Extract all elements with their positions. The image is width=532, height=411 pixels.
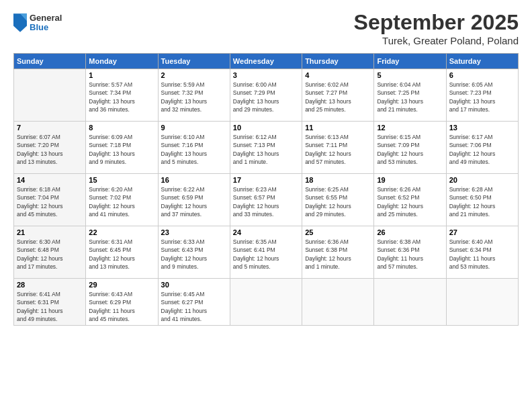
day-info: Sunrise: 6:26 AM Sunset: 6:52 PM Dayligh… [377, 185, 443, 218]
day-number: 1 [89, 71, 154, 79]
calendar-cell: 22Sunrise: 6:31 AM Sunset: 6:45 PM Dayli… [86, 226, 158, 279]
day-info: Sunrise: 6:18 AM Sunset: 7:04 PM Dayligh… [17, 185, 83, 218]
day-info: Sunrise: 6:15 AM Sunset: 7:09 PM Dayligh… [377, 133, 443, 166]
calendar-week-5: 28Sunrise: 6:41 AM Sunset: 6:31 PM Dayli… [14, 279, 519, 326]
day-number: 27 [449, 228, 515, 236]
calendar-cell: 10Sunrise: 6:12 AM Sunset: 7:13 PM Dayli… [230, 122, 302, 174]
calendar-cell [446, 279, 518, 326]
calendar-cell: 20Sunrise: 6:28 AM Sunset: 6:50 PM Dayli… [446, 174, 518, 226]
day-info: Sunrise: 6:38 AM Sunset: 6:36 PM Dayligh… [377, 238, 443, 271]
calendar-cell: 12Sunrise: 6:15 AM Sunset: 7:09 PM Dayli… [374, 122, 446, 174]
calendar-cell: 18Sunrise: 6:25 AM Sunset: 6:55 PM Dayli… [302, 174, 374, 226]
calendar-cell: 16Sunrise: 6:22 AM Sunset: 6:59 PM Dayli… [158, 174, 230, 226]
calendar-week-1: 1Sunrise: 5:57 AM Sunset: 7:34 PM Daylig… [14, 69, 519, 122]
day-number: 6 [449, 71, 515, 79]
calendar-cell [302, 279, 374, 326]
calendar-cell: 27Sunrise: 6:40 AM Sunset: 6:34 PM Dayli… [446, 226, 518, 279]
calendar-cell [230, 279, 302, 326]
calendar-header-wednesday: Wednesday [230, 54, 302, 69]
calendar-cell: 11Sunrise: 6:13 AM Sunset: 7:11 PM Dayli… [302, 122, 374, 174]
calendar-cell: 29Sunrise: 6:43 AM Sunset: 6:29 PM Dayli… [86, 279, 158, 326]
day-number: 14 [17, 176, 83, 184]
day-info: Sunrise: 6:43 AM Sunset: 6:29 PM Dayligh… [89, 290, 154, 323]
day-info: Sunrise: 6:40 AM Sunset: 6:34 PM Dayligh… [449, 238, 515, 271]
day-info: Sunrise: 5:57 AM Sunset: 7:34 PM Dayligh… [89, 81, 154, 113]
day-number: 23 [161, 228, 227, 236]
calendar-cell: 25Sunrise: 6:36 AM Sunset: 6:38 PM Dayli… [302, 226, 374, 279]
calendar-cell: 24Sunrise: 6:35 AM Sunset: 6:41 PM Dayli… [230, 226, 302, 279]
title-block: September 2025 Turek, Greater Poland, Po… [354, 10, 519, 46]
calendar-header-row: SundayMondayTuesdayWednesdayThursdayFrid… [14, 54, 519, 69]
day-info: Sunrise: 6:20 AM Sunset: 7:02 PM Dayligh… [89, 185, 154, 218]
logo-blue: Blue [30, 23, 62, 32]
calendar-cell: 19Sunrise: 6:26 AM Sunset: 6:52 PM Dayli… [374, 174, 446, 226]
calendar-cell: 26Sunrise: 6:38 AM Sunset: 6:36 PM Dayli… [374, 226, 446, 279]
day-number: 24 [233, 228, 299, 236]
day-number: 13 [449, 124, 515, 132]
day-info: Sunrise: 6:36 AM Sunset: 6:38 PM Dayligh… [305, 238, 371, 271]
calendar-header-thursday: Thursday [302, 54, 374, 69]
day-info: Sunrise: 6:12 AM Sunset: 7:13 PM Dayligh… [233, 133, 299, 166]
calendar-header-saturday: Saturday [446, 54, 518, 69]
day-number: 21 [17, 228, 83, 236]
calendar-cell [14, 69, 86, 122]
day-number: 8 [89, 124, 154, 132]
calendar-cell: 4Sunrise: 6:02 AM Sunset: 7:27 PM Daylig… [302, 69, 374, 122]
day-info: Sunrise: 6:09 AM Sunset: 7:18 PM Dayligh… [89, 133, 154, 166]
logo: General Blue [13, 13, 62, 33]
day-number: 30 [161, 281, 227, 289]
logo-icon [13, 13, 27, 32]
day-number: 2 [161, 71, 227, 79]
day-number: 28 [17, 281, 83, 289]
day-number: 18 [305, 176, 371, 184]
calendar-week-3: 14Sunrise: 6:18 AM Sunset: 7:04 PM Dayli… [14, 174, 519, 226]
day-number: 3 [233, 71, 299, 79]
day-number: 26 [377, 228, 443, 236]
day-info: Sunrise: 6:33 AM Sunset: 6:43 PM Dayligh… [161, 238, 227, 271]
day-info: Sunrise: 6:02 AM Sunset: 7:27 PM Dayligh… [305, 81, 371, 113]
calendar-cell: 30Sunrise: 6:45 AM Sunset: 6:27 PM Dayli… [158, 279, 230, 326]
day-number: 12 [377, 124, 443, 132]
day-info: Sunrise: 6:23 AM Sunset: 6:57 PM Dayligh… [233, 185, 299, 218]
calendar-cell: 1Sunrise: 5:57 AM Sunset: 7:34 PM Daylig… [86, 69, 158, 122]
logo-general: General [30, 13, 62, 23]
calendar-page: General Blue September 2025 Turek, Great… [0, 0, 532, 411]
day-number: 4 [305, 71, 371, 79]
day-info: Sunrise: 6:13 AM Sunset: 7:11 PM Dayligh… [305, 133, 371, 166]
day-info: Sunrise: 5:59 AM Sunset: 7:32 PM Dayligh… [161, 81, 227, 113]
logo-text: General Blue [30, 13, 62, 33]
calendar-header-monday: Monday [86, 54, 158, 69]
calendar-cell: 14Sunrise: 6:18 AM Sunset: 7:04 PM Dayli… [14, 174, 86, 226]
day-number: 17 [233, 176, 299, 184]
day-number: 9 [161, 124, 227, 132]
calendar-cell: 13Sunrise: 6:17 AM Sunset: 7:06 PM Dayli… [446, 122, 518, 174]
day-number: 22 [89, 228, 154, 236]
calendar-title: September 2025 [354, 10, 519, 35]
header: General Blue September 2025 Turek, Great… [13, 10, 519, 46]
calendar-cell: 17Sunrise: 6:23 AM Sunset: 6:57 PM Dayli… [230, 174, 302, 226]
calendar-header-sunday: Sunday [14, 54, 86, 69]
day-number: 15 [89, 176, 154, 184]
day-info: Sunrise: 6:10 AM Sunset: 7:16 PM Dayligh… [161, 133, 227, 166]
calendar-cell: 7Sunrise: 6:07 AM Sunset: 7:20 PM Daylig… [14, 122, 86, 174]
calendar-cell [374, 279, 446, 326]
calendar-cell: 9Sunrise: 6:10 AM Sunset: 7:16 PM Daylig… [158, 122, 230, 174]
calendar-cell: 2Sunrise: 5:59 AM Sunset: 7:32 PM Daylig… [158, 69, 230, 122]
day-info: Sunrise: 6:41 AM Sunset: 6:31 PM Dayligh… [17, 290, 83, 323]
day-info: Sunrise: 6:28 AM Sunset: 6:50 PM Dayligh… [449, 185, 515, 218]
calendar-header-friday: Friday [374, 54, 446, 69]
day-info: Sunrise: 6:22 AM Sunset: 6:59 PM Dayligh… [161, 185, 227, 218]
day-number: 25 [305, 228, 371, 236]
day-info: Sunrise: 6:25 AM Sunset: 6:55 PM Dayligh… [305, 185, 371, 218]
day-number: 29 [89, 281, 154, 289]
day-info: Sunrise: 6:07 AM Sunset: 7:20 PM Dayligh… [17, 133, 83, 166]
calendar-cell: 3Sunrise: 6:00 AM Sunset: 7:29 PM Daylig… [230, 69, 302, 122]
calendar-week-2: 7Sunrise: 6:07 AM Sunset: 7:20 PM Daylig… [14, 122, 519, 174]
calendar-cell: 15Sunrise: 6:20 AM Sunset: 7:02 PM Dayli… [86, 174, 158, 226]
day-info: Sunrise: 6:17 AM Sunset: 7:06 PM Dayligh… [449, 133, 515, 166]
day-number: 19 [377, 176, 443, 184]
calendar-subtitle: Turek, Greater Poland, Poland [354, 35, 519, 46]
day-number: 20 [449, 176, 515, 184]
calendar-table: SundayMondayTuesdayWednesdayThursdayFrid… [13, 53, 519, 326]
day-number: 5 [377, 71, 443, 79]
